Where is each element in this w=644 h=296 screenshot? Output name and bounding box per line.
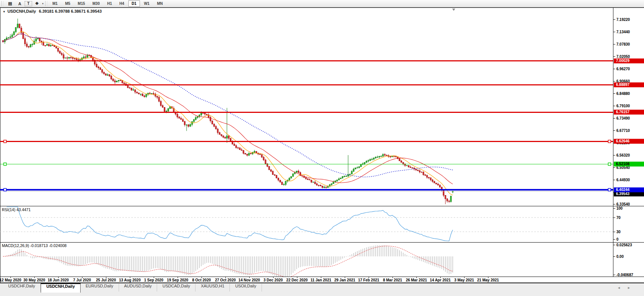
axis-tick	[613, 44, 615, 44]
chart-tab-EURUSD[interactable]: EURUSD,Daily	[81, 284, 119, 292]
date-tick	[154, 277, 154, 278]
axis-tick	[613, 32, 615, 32]
macd-tick-label: 0.00	[616, 255, 623, 259]
price-tick-label: 6.73490	[616, 116, 630, 120]
date-tick	[34, 277, 35, 278]
price-tick-label: 7.19220	[616, 18, 630, 22]
macd-label: MACD(12,26,9) -0.018713 -0.024008	[2, 243, 66, 248]
timeframe-button-W1[interactable]: W1	[141, 0, 153, 7]
rsi-indicator-chart[interactable]	[0, 206, 613, 242]
tab-scroll-right-icon[interactable]: ►	[627, 286, 637, 290]
timeframe-button-D1[interactable]: D1	[128, 0, 140, 7]
symbol-period-label: USDCNH,Daily	[7, 9, 36, 13]
date-tick-label: 26 Mar 2021	[406, 278, 427, 282]
axis-tick	[613, 106, 615, 106]
level-price-label[interactable]: 6.76157	[614, 110, 644, 115]
axis-tick	[613, 180, 615, 180]
main-price-chart[interactable]	[0, 8, 613, 206]
date-tick	[225, 277, 226, 278]
timeframe-button-M5[interactable]: M5	[62, 0, 74, 7]
date-tick-label: 14 Nov 2020	[238, 278, 260, 282]
macd-tick-label: -0.040687	[616, 273, 633, 277]
price-tick-label: 6.79100	[616, 104, 630, 108]
timeframe-button-H1[interactable]: H1	[104, 0, 115, 7]
chart-title[interactable]: ▼USDCNH,Daily6.39181 6.39788 6.38671 6.3…	[3, 9, 102, 13]
date-tick-label: 18 Jun 2020	[48, 278, 69, 282]
fibonacci-tool-icon[interactable]: ▤	[5, 1, 15, 6]
axis-tick	[613, 56, 615, 57]
toolbar-grip[interactable]	[1, 1, 4, 6]
date-tick-label: 13 Aug 2020	[119, 278, 141, 282]
timeframe-button-H4[interactable]: H4	[116, 0, 128, 7]
symbol-dropdown-icon[interactable]: ▼	[3, 10, 6, 13]
arrows-dropdown-caret-icon[interactable]: ▾	[42, 2, 44, 5]
rsi-tick-label: 70	[616, 216, 620, 220]
axis-tick	[613, 69, 615, 69]
timeframe-buttons: M1M5M15M30H1H4D1W1MN	[49, 0, 167, 7]
timeframe-button-M1[interactable]: M1	[49, 0, 61, 7]
price-tick-label: 6.56320	[616, 153, 630, 157]
macd-indicator-chart[interactable]	[0, 243, 613, 277]
date-tick	[297, 277, 297, 278]
date-tick-label: 25 Jul 2020	[96, 278, 116, 282]
level-price-label[interactable]: 6.40244	[614, 187, 644, 192]
date-tick	[345, 277, 345, 278]
timeframe-button-M15[interactable]: M15	[74, 0, 88, 7]
axis-tick	[613, 81, 615, 81]
text-label-tool-icon[interactable]: T	[25, 1, 32, 6]
date-tick-label: 19 Sep 2020	[167, 278, 188, 282]
axis-tick	[613, 19, 615, 20]
arrows-tool-icon[interactable]: ❖	[32, 1, 42, 6]
axis-tick	[613, 204, 615, 204]
date-tick	[440, 277, 441, 278]
price-tick-label: 7.07830	[616, 42, 630, 46]
text-tool-icon[interactable]: A	[15, 1, 25, 6]
date-tick-label: 3 Dec 2020	[263, 278, 283, 282]
tab-scroll-arrows[interactable]: ◄►	[617, 286, 637, 290]
chart-tab-bar: USDCHF,DailyUSDCNH,DailyEURUSD,DailyAUDU…	[0, 283, 644, 296]
chart-tab-USDCNH[interactable]: USDCNH,Daily	[41, 283, 80, 293]
axis-tick	[613, 118, 615, 118]
date-tick-label: 17 Feb 2021	[358, 278, 379, 282]
level-price-label[interactable]: 6.52108	[614, 162, 644, 167]
axis-tick	[613, 208, 615, 209]
drawing-and-timeframe-toolbar: ▤ A T ❖ ▾ M1M5M15M30H1H4D1W1MN	[0, 0, 644, 7]
chart-tab-USDCAD[interactable]: USDCAD,Daily	[157, 284, 196, 292]
date-tick	[393, 277, 393, 278]
timeframe-button-MN[interactable]: MN	[154, 0, 166, 7]
chart-tab-USOil[interactable]: USOil,Daily	[230, 284, 262, 292]
level-price-label[interactable]: 7.00029	[614, 58, 644, 63]
axis-tick	[613, 167, 615, 168]
price-tick-label: 6.33540	[616, 202, 630, 206]
chart-shift-marker-icon[interactable]	[452, 9, 455, 11]
date-tick-label: 11 Jan 2021	[310, 278, 331, 282]
axis-tick	[613, 256, 615, 257]
price-tick-label: 6.84880	[616, 92, 630, 96]
chart-tab-AUDUSD[interactable]: AUDUSD,Daily	[119, 284, 157, 292]
date-tick	[106, 277, 106, 278]
price-tick-label: 7.13440	[616, 30, 630, 34]
level-price-label[interactable]: 6.62646	[614, 139, 644, 144]
date-tick	[178, 277, 178, 278]
price-tick-label: 6.96270	[616, 67, 630, 71]
level-price-label[interactable]: 6.88897	[614, 82, 644, 87]
date-tick-label: 30 May 2020	[24, 278, 45, 282]
chart-tab-USDCHF[interactable]: USDCHF,Daily	[3, 284, 41, 292]
price-axis-line	[613, 8, 613, 277]
date-tick-label: 8 Mar 2021	[383, 278, 402, 282]
date-tick	[10, 277, 11, 278]
date-tick	[58, 277, 59, 278]
date-tick-label: 21 May 2021	[477, 278, 499, 282]
rsi-label: RSI(14) 43.4471	[2, 207, 31, 212]
time-axis-line	[0, 277, 644, 277]
axis-tick	[613, 232, 615, 232]
tab-scroll-left-icon[interactable]: ◄	[617, 286, 627, 290]
chart-tab-XAUUSD[interactable]: XAUUSD,H1	[196, 284, 230, 292]
rsi-tick-label: 0	[616, 237, 619, 241]
price-tick-label: 6.44930	[616, 178, 630, 182]
timeframe-button-M30[interactable]: M30	[89, 0, 103, 7]
toolbar-grip[interactable]	[45, 1, 47, 6]
date-tick	[130, 277, 130, 278]
price-tick-label: 6.67710	[616, 129, 630, 133]
mt4-window: ▤ A T ❖ ▾ M1M5M15M30H1H4D1W1MN ▼USDCNH,D…	[0, 0, 644, 296]
